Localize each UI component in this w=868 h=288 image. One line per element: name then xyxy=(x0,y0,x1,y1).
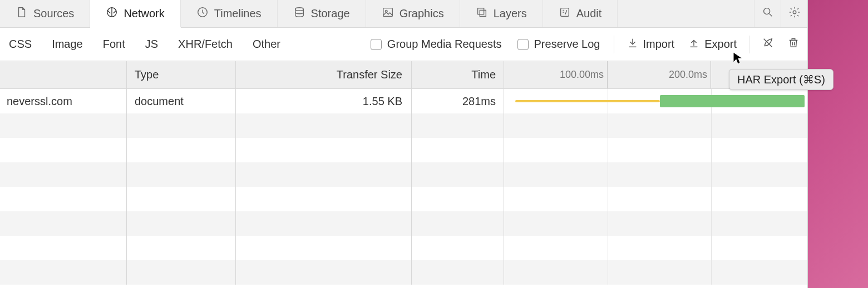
audit-icon xyxy=(559,6,571,21)
cell-type: document xyxy=(127,89,236,113)
settings-button[interactable] xyxy=(781,0,807,27)
search-button[interactable] xyxy=(754,0,781,27)
table-row xyxy=(0,211,807,236)
gear-icon xyxy=(788,6,801,21)
tab-network[interactable]: Network xyxy=(90,0,180,28)
cell-name: neverssl.com xyxy=(0,89,127,113)
table-row xyxy=(0,113,807,138)
column-header-name[interactable] xyxy=(0,61,127,88)
desktop-background xyxy=(808,0,868,288)
filter-xhr[interactable]: XHR/Fetch xyxy=(169,38,241,51)
tab-sources[interactable]: Sources xyxy=(0,0,90,27)
mouse-cursor-icon xyxy=(732,51,743,68)
waterfall-response-bar xyxy=(660,95,805,107)
waterfall-tick-label: 100.00ms xyxy=(560,69,604,81)
network-icon xyxy=(106,6,118,21)
clock-icon xyxy=(196,6,209,21)
column-header-type[interactable]: Type xyxy=(127,61,236,88)
cell-transfer-size: 1.55 KB xyxy=(236,89,412,113)
svg-point-9 xyxy=(793,11,796,14)
svg-rect-5 xyxy=(477,8,484,14)
tab-label: Sources xyxy=(33,7,74,20)
filter-js[interactable]: JS xyxy=(136,38,167,51)
svg-point-2 xyxy=(295,8,303,11)
tab-layers[interactable]: Layers xyxy=(460,0,543,27)
table-row[interactable]: neverssl.com document 1.55 KB 281ms xyxy=(0,89,807,113)
import-button[interactable]: Import xyxy=(621,37,680,52)
table-row xyxy=(0,162,807,187)
search-icon xyxy=(762,6,774,21)
tab-label: Layers xyxy=(494,7,527,20)
checkbox-label: Preserve Log xyxy=(534,38,600,51)
table-row xyxy=(0,138,807,162)
button-label: Export xyxy=(704,38,737,51)
cell-waterfall xyxy=(504,89,807,113)
checkbox-box xyxy=(371,39,382,50)
tab-label: Storage xyxy=(311,7,350,20)
svg-point-8 xyxy=(763,8,770,14)
export-tooltip: HAR Export (⌘S) xyxy=(729,69,834,90)
checkbox-box xyxy=(517,39,529,50)
filter-image[interactable]: Image xyxy=(43,38,92,51)
tab-timelines[interactable]: Timelines xyxy=(181,0,278,27)
image-icon xyxy=(382,6,394,21)
tabbar-spacer xyxy=(618,0,754,27)
waterfall-waiting-bar xyxy=(515,100,660,102)
preserve-log-checkbox[interactable]: Preserve Log xyxy=(511,38,607,51)
cell-time: 281ms xyxy=(412,89,504,113)
tab-label: Network xyxy=(124,7,164,20)
svg-rect-7 xyxy=(560,8,569,17)
upload-icon xyxy=(688,37,700,52)
tab-label: Graphics xyxy=(400,7,444,20)
download-icon xyxy=(627,37,639,52)
tab-audit[interactable]: Audit xyxy=(543,0,618,27)
svg-rect-6 xyxy=(480,10,486,16)
tab-graphics[interactable]: Graphics xyxy=(366,0,460,27)
svg-rect-3 xyxy=(383,8,392,17)
waterfall-tick-label: 200.0ms xyxy=(669,69,707,81)
column-header-time[interactable]: Time xyxy=(412,61,504,88)
devtools-tabbar: Sources Network Timelines Storage Graphi… xyxy=(0,0,807,28)
leaf-slash-icon xyxy=(762,37,774,52)
filter-font[interactable]: Font xyxy=(94,38,134,51)
toolbar-divider xyxy=(749,36,749,53)
network-toolbar: CSS Image Font JS XHR/Fetch Other Group … xyxy=(0,28,807,61)
database-icon xyxy=(293,6,305,21)
column-header-transfer-size[interactable]: Transfer Size xyxy=(236,61,412,88)
filter-other[interactable]: Other xyxy=(244,38,289,51)
clear-filters-button[interactable] xyxy=(756,37,780,52)
checkbox-label: Group Media Requests xyxy=(387,38,502,51)
table-row xyxy=(0,236,807,260)
filter-css[interactable]: CSS xyxy=(0,38,41,51)
tab-label: Timelines xyxy=(214,7,262,20)
export-button[interactable]: Export xyxy=(682,37,742,52)
devtools-window: Sources Network Timelines Storage Graphi… xyxy=(0,0,808,288)
group-media-checkbox[interactable]: Group Media Requests xyxy=(364,38,509,51)
toolbar-divider xyxy=(614,36,614,53)
layers-icon xyxy=(476,6,488,21)
clear-button[interactable] xyxy=(782,37,805,52)
tooltip-text: HAR Export (⌘S) xyxy=(737,73,825,86)
tab-storage[interactable]: Storage xyxy=(278,0,366,27)
network-table-header: Type Transfer Size Time 100.00ms 200.0ms xyxy=(0,61,807,89)
trash-icon xyxy=(787,37,800,52)
network-table-body: neverssl.com document 1.55 KB 281ms xyxy=(0,89,807,285)
button-label: Import xyxy=(643,38,675,51)
document-icon xyxy=(16,6,28,21)
tab-label: Audit xyxy=(576,7,602,20)
table-row xyxy=(0,260,807,285)
table-row xyxy=(0,187,807,211)
